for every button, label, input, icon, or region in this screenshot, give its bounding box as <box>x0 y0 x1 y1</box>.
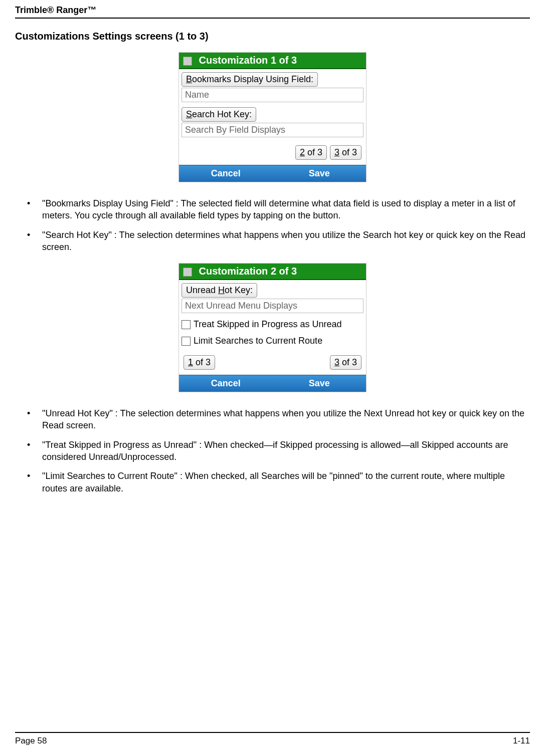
bullets-group-1: "Bookmarks Display Using Field" : The se… <box>15 197 530 253</box>
bookmarks-value-field[interactable]: Name <box>181 88 364 102</box>
screen2-body: Unread Hot Key: Next Unread Menu Display… <box>179 280 366 375</box>
section-title: Customizations Settings screens (1 to 3) <box>15 31 530 42</box>
bullets-group-2: "Unread Hot Key" : The selection determi… <box>15 407 530 494</box>
limit-pre: Limit <box>194 336 215 346</box>
limit-rest: earches to Current Route <box>221 336 322 346</box>
nav3-underline: 3 <box>334 147 339 157</box>
screen1-title: Customization 1 of 3 <box>199 55 297 66</box>
unread-label-underline: H <box>218 285 225 295</box>
treat-rest: reat Skipped in Progress as Unread <box>199 319 341 329</box>
search-hotkey-button[interactable]: Search Hot Key: <box>181 107 256 122</box>
customization-1-screen: Customization 1 of 3 Bookmarks Display U… <box>178 52 367 182</box>
cancel-button-2[interactable]: Cancel <box>179 375 273 392</box>
unread-hotkey-button[interactable]: Unread Hot Key: <box>181 283 257 298</box>
screenshot-2-wrapper: Customization 2 of 3 Unread Hot Key: Nex… <box>15 263 530 392</box>
cancel-button[interactable]: Cancel <box>179 165 273 182</box>
nav2-rest: of 3 <box>305 147 322 157</box>
screen1-footer: Cancel Save <box>179 165 366 182</box>
bullet-treat-skipped: "Treat Skipped in Progress as Unread" : … <box>27 439 530 463</box>
treat-u: T <box>194 319 199 329</box>
device-header: Trimble® Ranger™ <box>15 0 530 19</box>
nav-3of3-button[interactable]: 3 of 3 <box>330 145 361 160</box>
unread-value-field[interactable]: Next Unread Menu Displays <box>181 299 364 313</box>
screen2-title-bar: Customization 2 of 3 <box>179 264 366 280</box>
search-value-field[interactable]: Search By Field Displays <box>181 123 364 137</box>
bullet-search-hotkey: "Search Hot Key" : The selection determi… <box>27 229 530 254</box>
customization-2-screen: Customization 2 of 3 Unread Hot Key: Nex… <box>178 263 367 392</box>
nav-3of3-button-2[interactable]: 3 of 3 <box>330 355 361 370</box>
screen1-body: Bookmarks Display Using Field: Name Sear… <box>179 69 366 165</box>
screen2-footer: Cancel Save <box>179 375 366 392</box>
treat-skipped-row[interactable]: Treat Skipped in Progress as Unread <box>181 319 364 330</box>
bullet-limit-searches: "Limit Searches to Current Route" : When… <box>27 470 530 494</box>
limit-searches-row[interactable]: Limit Searches to Current Route <box>181 336 364 346</box>
screen1-title-bar: Customization 1 of 3 <box>179 53 366 69</box>
screen1-nav-row: 2 of 3 3 of 3 <box>181 142 364 163</box>
nav1-underline: 1 <box>188 357 193 367</box>
bookmarks-label-rest: ookmarks Display Using Field: <box>192 74 313 84</box>
page-number-right: 1-11 <box>513 736 530 746</box>
nav3b-rest: of 3 <box>339 357 357 367</box>
save-button-2[interactable]: Save <box>273 375 367 392</box>
bullet-bookmarks: "Bookmarks Display Using Field" : The se… <box>27 197 530 222</box>
treat-skipped-label: Treat Skipped in Progress as Unread <box>194 319 341 330</box>
search-label-underline: S <box>186 109 192 119</box>
screenshot-1-wrapper: Customization 1 of 3 Bookmarks Display U… <box>15 52 530 182</box>
bookmarks-label-underline: B <box>186 74 192 84</box>
limit-searches-label: Limit Searches to Current Route <box>194 336 322 346</box>
limit-searches-checkbox[interactable] <box>181 337 191 346</box>
search-label-rest: earch Hot Key: <box>192 109 252 119</box>
bullet-unread-hotkey: "Unread Hot Key" : The selection determi… <box>27 407 530 432</box>
treat-skipped-checkbox[interactable] <box>181 320 191 329</box>
unread-label-rest: ot Key: <box>225 285 253 295</box>
nav-1of3-button[interactable]: 1 of 3 <box>184 355 215 370</box>
page-number-left: Page 58 <box>15 736 47 746</box>
nav3-rest: of 3 <box>339 147 357 157</box>
page-footer: Page 58 1-11 <box>15 732 530 746</box>
limit-u: S <box>215 336 221 346</box>
nav2-underline: 2 <box>300 147 305 157</box>
unread-label-pre: Unread <box>186 285 218 295</box>
bookmarks-display-button[interactable]: Bookmarks Display Using Field: <box>181 72 318 87</box>
save-button[interactable]: Save <box>273 165 367 182</box>
nav1-rest: of 3 <box>193 357 211 367</box>
nav3b-underline: 3 <box>334 357 339 367</box>
screen2-title: Customization 2 of 3 <box>199 266 297 277</box>
nav-2of3-button[interactable]: 2 of 3 <box>295 145 327 160</box>
screen2-nav-row: 1 of 3 3 of 3 <box>181 352 364 373</box>
